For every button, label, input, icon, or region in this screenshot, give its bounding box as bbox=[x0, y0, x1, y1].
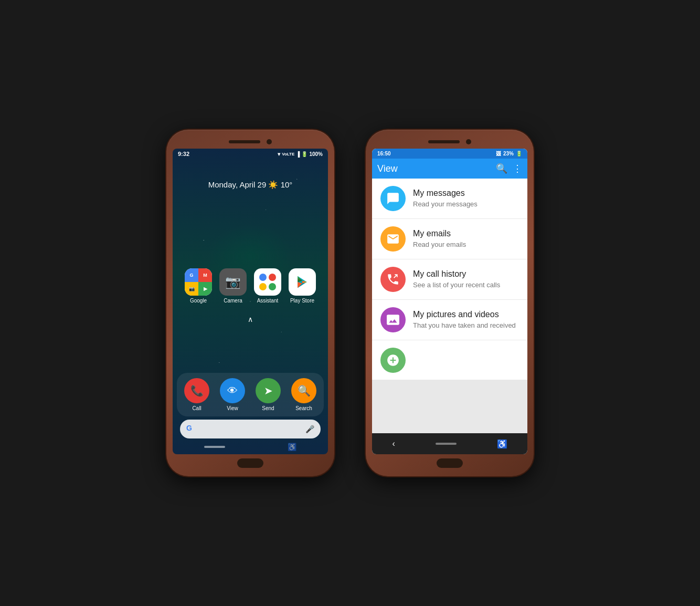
view-dock-label: View bbox=[227, 405, 238, 411]
speaker-right bbox=[428, 140, 460, 143]
left-phone-top bbox=[173, 136, 328, 149]
home-button-right[interactable] bbox=[437, 458, 463, 468]
dock-call[interactable]: 📞 Call bbox=[184, 378, 209, 411]
menu-item-calls[interactable]: My call history See a list of your recen… bbox=[372, 259, 527, 299]
assistant-label: Assistant bbox=[257, 298, 279, 304]
right-phone: 16:50 🖼 23% 🔋 View 🔍 ⋮ bbox=[366, 130, 534, 476]
search-dock-label: Search bbox=[295, 405, 312, 411]
call-dock-icon: 📞 bbox=[184, 378, 209, 403]
home-nav-bar: ♿ bbox=[173, 440, 328, 454]
menu-item-pictures[interactable]: My pictures and videos That you have tak… bbox=[372, 300, 527, 340]
nav-pill bbox=[204, 446, 225, 448]
app-row-area: G M 📷 ▶ Google 📷 Camera bbox=[173, 200, 328, 313]
signal-icon: ▐ bbox=[296, 151, 300, 157]
home-screen: 9:32 ▾ VoLTE ▐ 🔋 100% Monday, April 29 ☀… bbox=[173, 149, 328, 454]
weather-widget: Monday, April 29 ☀️ 10° bbox=[173, 159, 328, 200]
view-app-screen: 16:50 🖼 23% 🔋 View 🔍 ⋮ bbox=[372, 149, 527, 454]
more-menu-icon[interactable]: ⋮ bbox=[513, 163, 522, 174]
weather-date: Monday, April 29 ☀️ 10° bbox=[208, 180, 293, 189]
accessibility-icon: ♿ bbox=[288, 443, 296, 451]
search-dock-icon: 🔍 bbox=[291, 378, 316, 403]
view-app-title: View bbox=[377, 163, 491, 174]
dock-bar: 📞 Call 👁 View ➤ Send 🔍 Search bbox=[177, 373, 324, 416]
menu-item-more[interactable] bbox=[372, 340, 527, 380]
menu-item-emails[interactable]: My emails Read your emails bbox=[372, 219, 527, 259]
google-app[interactable]: G M 📷 ▶ Google bbox=[185, 268, 212, 304]
google-label: Google bbox=[190, 298, 207, 304]
assistant-icon bbox=[254, 268, 281, 296]
right-phone-bottom bbox=[372, 454, 527, 470]
back-nav-icon[interactable]: ‹ bbox=[392, 439, 395, 448]
sun-icon: ☀️ bbox=[268, 180, 280, 189]
weather-temp: 10° bbox=[281, 180, 293, 189]
chevron-up-icon[interactable]: ∧ bbox=[173, 315, 328, 323]
speaker-left bbox=[229, 140, 260, 143]
wifi-icon: ▾ bbox=[278, 151, 280, 157]
pictures-icon bbox=[380, 307, 406, 332]
call-history-icon bbox=[380, 267, 406, 292]
messages-text: My messages Read your messages bbox=[413, 188, 519, 209]
left-phone: 9:32 ▾ VoLTE ▐ 🔋 100% Monday, April 29 ☀… bbox=[166, 130, 334, 476]
camera-dot-left bbox=[267, 139, 272, 144]
right-phone-top bbox=[372, 136, 527, 149]
messages-icon bbox=[380, 186, 406, 211]
view-battery-icon: 🔋 bbox=[516, 151, 522, 156]
send-dock-icon: ➤ bbox=[256, 378, 281, 403]
google-search-bar[interactable]: G 🎤 bbox=[180, 420, 321, 438]
view-nav-pill bbox=[436, 443, 457, 445]
camera-icon: 📷 bbox=[219, 268, 247, 296]
assistant-app[interactable]: Assistant bbox=[254, 268, 281, 304]
messages-title: My messages bbox=[413, 188, 519, 199]
camera-app[interactable]: 📷 Camera bbox=[219, 268, 247, 304]
home-time: 9:32 bbox=[178, 151, 189, 157]
emails-subtitle: Read your emails bbox=[413, 241, 519, 249]
google-icon: G M 📷 ▶ bbox=[185, 268, 212, 296]
more-icon bbox=[380, 348, 406, 373]
image-icon: 🖼 bbox=[496, 151, 501, 156]
mic-icon: 🎤 bbox=[305, 425, 314, 433]
home-status-right: ▾ VoLTE ▐ 🔋 100% bbox=[278, 151, 323, 157]
emails-text: My emails Read your emails bbox=[413, 228, 519, 249]
calls-text: My call history See a list of your recen… bbox=[413, 269, 519, 290]
pictures-title: My pictures and videos bbox=[413, 309, 519, 320]
view-status-right: 🖼 23% 🔋 bbox=[496, 151, 522, 156]
view-dock-icon: 👁 bbox=[220, 378, 245, 403]
view-nav-bar: ‹ ♿ bbox=[372, 433, 527, 454]
playstore-app[interactable]: Play Store bbox=[289, 268, 316, 304]
messages-subtitle: Read your messages bbox=[413, 200, 519, 209]
battery-icon: 🔋 bbox=[301, 151, 307, 157]
volte-icon: VoLTE bbox=[282, 152, 294, 156]
home-status-bar: 9:32 ▾ VoLTE ▐ 🔋 100% bbox=[173, 149, 328, 159]
view-toolbar: View 🔍 ⋮ bbox=[372, 159, 527, 179]
menu-item-messages[interactable]: My messages Read your messages bbox=[372, 179, 527, 218]
pictures-subtitle: That you have taken and received bbox=[413, 321, 519, 330]
send-dock-label: Send bbox=[262, 405, 274, 411]
calls-title: My call history bbox=[413, 269, 519, 280]
app-row: G M 📷 ▶ Google 📷 Camera bbox=[178, 268, 323, 304]
dock-search[interactable]: 🔍 Search bbox=[291, 378, 316, 411]
pictures-text: My pictures and videos That you have tak… bbox=[413, 309, 519, 330]
playstore-label: Play Store bbox=[290, 298, 314, 304]
view-battery-pct: 23% bbox=[503, 151, 514, 156]
view-accessibility-icon: ♿ bbox=[497, 439, 507, 449]
right-phone-screen: 16:50 🖼 23% 🔋 View 🔍 ⋮ bbox=[372, 149, 527, 454]
playstore-icon bbox=[289, 268, 316, 296]
view-status-bar: 16:50 🖼 23% 🔋 bbox=[372, 149, 527, 159]
camera-dot-right bbox=[466, 139, 471, 144]
search-toolbar-icon[interactable]: 🔍 bbox=[496, 163, 507, 174]
left-phone-screen: 9:32 ▾ VoLTE ▐ 🔋 100% Monday, April 29 ☀… bbox=[173, 149, 328, 454]
camera-label: Camera bbox=[224, 298, 242, 304]
google-logo-icon: G bbox=[186, 424, 197, 434]
dock-send[interactable]: ➤ Send bbox=[256, 378, 281, 411]
menu-list: My messages Read your messages My emails… bbox=[372, 179, 527, 433]
call-dock-label: Call bbox=[192, 405, 201, 411]
calls-subtitle: See a list of your recent calls bbox=[413, 281, 519, 290]
view-time: 16:50 bbox=[377, 151, 391, 156]
email-icon bbox=[380, 226, 406, 252]
emails-title: My emails bbox=[413, 228, 519, 239]
battery-pct: 100% bbox=[309, 151, 323, 157]
left-phone-bottom bbox=[173, 454, 328, 470]
home-button-left[interactable] bbox=[237, 458, 263, 468]
dock-view[interactable]: 👁 View bbox=[220, 378, 245, 411]
